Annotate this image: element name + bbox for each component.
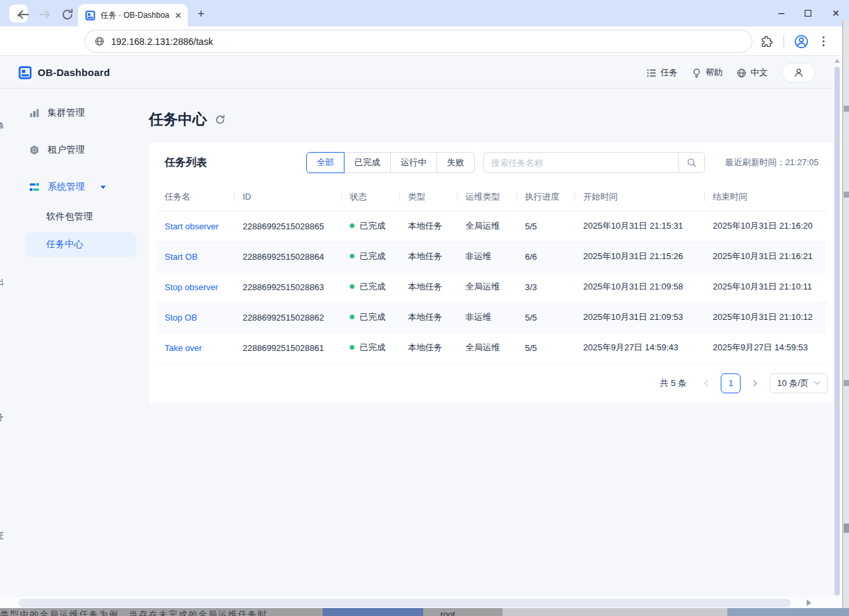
task-table: 任务名 ID 状态 类型 运维类型 执行进度 开始时间 结束时间 Start o… [157, 183, 827, 364]
task-id: 22886992515028861 [235, 332, 342, 363]
table-row: Take over 22886992515028861 已完成 本地任务 全局运… [157, 332, 827, 363]
left-edge-fragment: 出 [0, 276, 5, 288]
task-optype: 全局运维 [458, 332, 517, 363]
forward-button-icon[interactable] [38, 7, 52, 22]
task-name-link[interactable]: Start OB [165, 252, 198, 262]
task-name-link[interactable]: Stop OB [165, 313, 197, 323]
bar-chart-icon [29, 108, 40, 118]
search-input[interactable] [483, 152, 678, 173]
background-text-fragment: root [423, 609, 455, 616]
page-size-select[interactable]: 10 条/页 [770, 373, 828, 393]
sliders-icon [29, 182, 40, 192]
search-button[interactable] [678, 152, 705, 173]
extensions-puzzle-icon[interactable] [760, 34, 774, 48]
ob-logo-icon [19, 66, 32, 79]
hscrollbar-thumb[interactable] [19, 599, 791, 607]
user-avatar-button[interactable] [782, 63, 816, 83]
sidebar-item-label: 集群管理 [48, 107, 85, 119]
task-status: 已完成 [342, 332, 400, 363]
filter-failed[interactable]: 失败 [437, 152, 475, 173]
scrollbar-up-arrow-icon[interactable] [834, 59, 840, 63]
filter-all[interactable]: 全部 [306, 152, 344, 173]
header-language-button[interactable]: 中文 [737, 67, 768, 79]
column-header-start: 开始时间 [575, 183, 705, 211]
sidebar-item-packages[interactable]: 软件包管理 [46, 207, 93, 227]
profile-avatar-icon[interactable] [793, 34, 809, 50]
column-header-end: 结束时间 [705, 183, 827, 211]
pagination-prev-icon[interactable] [697, 374, 715, 393]
browser-tab[interactable]: 任务 · OB-Dashboard ✕ [78, 4, 188, 26]
language-globe-icon [737, 68, 747, 78]
select-chevron-icon [814, 381, 821, 385]
sidebar-item-system[interactable]: 系统管理 [29, 177, 106, 197]
task-list-icon [647, 68, 657, 78]
status-dot-icon [350, 254, 354, 258]
task-type: 本地任务 [400, 241, 458, 272]
task-start-time: 2025年10月31日 21:09:53 [575, 302, 705, 332]
browser-menu-kebab-icon[interactable] [819, 36, 829, 46]
task-name-link[interactable]: Start observer [165, 221, 219, 231]
favicon-ob-logo-icon [85, 11, 95, 20]
task-status: 已完成 [342, 211, 400, 241]
task-progress: 3/3 [517, 272, 575, 302]
window-minimize-button[interactable]: – [778, 7, 784, 19]
task-name-link[interactable]: Stop observer [165, 282, 218, 292]
browser-titlebar: ⌄ 任务 · OB-Dashboard ✕ + – ✕ [0, 0, 849, 26]
sidebar-item-cluster[interactable]: 集群管理 [29, 103, 85, 123]
table-row: Start OB 22886992515028864 已完成 本地任务 非运维 … [157, 241, 827, 272]
column-header-status: 状态 [342, 183, 400, 211]
task-progress: 5/5 [517, 302, 575, 332]
task-type: 本地任务 [400, 302, 458, 332]
page-refresh-icon[interactable] [215, 114, 225, 125]
left-edge-fragment: 务 [0, 411, 5, 423]
left-edge-fragment: 匠 [0, 530, 5, 542]
filter-completed[interactable]: 已完成 [344, 152, 391, 173]
status-dot-icon [350, 284, 354, 289]
pagination: 共 5 条 1 10 条/页 [149, 364, 834, 403]
scrollbar-thumb[interactable] [834, 67, 840, 596]
task-end-time: 2025年9月27日 14:59:53 [705, 332, 827, 363]
toolbar-divider [784, 35, 784, 48]
table-row: Stop observer 22886992515028863 已完成 本地任务… [157, 272, 827, 302]
column-header-type: 类型 [400, 183, 458, 211]
reload-button-icon[interactable] [60, 7, 75, 22]
sidebar-item-label: 系统管理 [48, 181, 85, 193]
vertical-scrollbar[interactable] [833, 57, 841, 608]
pagination-page-1[interactable]: 1 [721, 373, 741, 393]
window-maximize-button[interactable] [805, 10, 811, 17]
header-tasks-button[interactable]: 任务 [647, 67, 678, 79]
site-globe-icon[interactable] [95, 36, 104, 46]
tab-close-icon[interactable]: ✕ [175, 11, 182, 20]
brand-title: OB-Dashboard [38, 67, 110, 78]
column-header-progress: 执行进度 [517, 183, 575, 211]
user-person-icon [793, 67, 804, 78]
sidebar-item-tenant[interactable]: 租户管理 [29, 140, 85, 160]
task-id: 22886992515028864 [235, 241, 342, 272]
task-status: 已完成 [342, 272, 400, 302]
task-optype: 非运维 [458, 302, 517, 332]
pagination-total: 共 5 条 [660, 377, 686, 389]
header-help-label: 帮助 [706, 67, 723, 79]
horizontal-scrollbar[interactable] [0, 597, 841, 609]
hscrollbar-right-arrow-icon[interactable] [807, 599, 811, 606]
task-progress: 5/5 [517, 332, 575, 363]
pagination-next-icon[interactable] [746, 374, 764, 393]
task-id: 22886992515028863 [235, 272, 342, 302]
status-filter-group: 全部 已完成 运行中 失败 [306, 152, 475, 173]
url-text[interactable]: 192.168.2.131:2886/task [111, 36, 213, 47]
sidebar-item-task-center[interactable]: 任务中心 [25, 232, 136, 257]
url-bar[interactable]: 192.168.2.131:2886/task [85, 30, 752, 53]
window-close-button[interactable]: ✕ [832, 8, 840, 19]
task-id: 22886992515028865 [235, 211, 342, 241]
task-start-time: 2025年9月27日 14:59:43 [575, 332, 705, 363]
task-list-card: 任务列表 全部 已完成 运行中 失败 最近刷新时间：21:27:05 任务名 I… [149, 142, 834, 403]
task-name-link[interactable]: Take over [165, 343, 202, 353]
filter-running[interactable]: 运行中 [391, 152, 437, 173]
task-start-time: 2025年10月31日 21:15:31 [575, 211, 705, 241]
back-button-icon[interactable] [16, 7, 30, 22]
header-help-button[interactable]: 帮助 [692, 67, 723, 79]
task-start-time: 2025年10月31日 21:15:26 [575, 241, 705, 272]
last-refresh-time: 最近刷新时间：21:27:05 [725, 157, 819, 169]
new-tab-button[interactable]: + [193, 6, 209, 22]
task-type: 本地任务 [400, 272, 458, 302]
